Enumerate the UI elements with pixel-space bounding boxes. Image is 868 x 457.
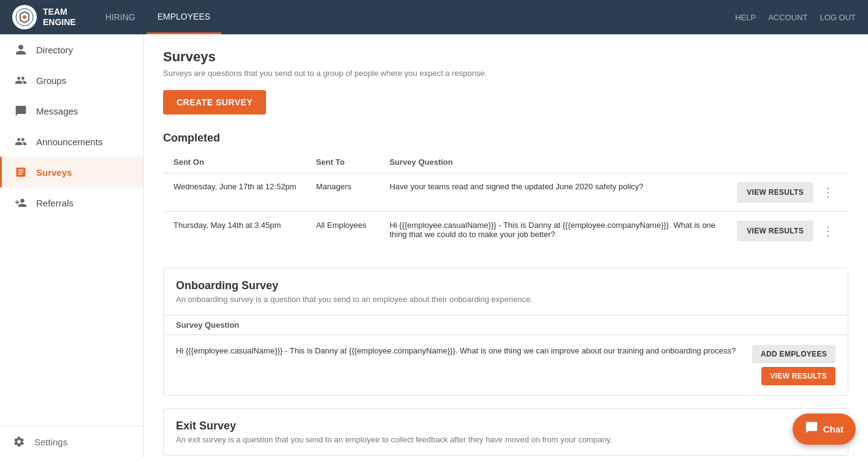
onboarding-actions: ADD EMPLOYEES VIEW RESULTS bbox=[752, 345, 836, 385]
completed-table: Sent On Sent To Survey Question Wednesda… bbox=[163, 151, 848, 251]
person-icon bbox=[14, 43, 28, 56]
row2-sent-on: Thursday, May 14th at 3:45pm bbox=[164, 212, 306, 251]
onboarding-header: Onboarding Survey An onboarding survey i… bbox=[164, 268, 848, 315]
group-icon bbox=[14, 74, 28, 87]
sidebar-item-groups[interactable]: Groups bbox=[0, 65, 143, 96]
logo-icon bbox=[12, 5, 37, 29]
row2-sent-to: All Employees bbox=[306, 212, 379, 251]
row2-actions: VIEW RESULTS ⋮ bbox=[727, 212, 848, 251]
create-survey-button[interactable]: CREATE SURVEY bbox=[163, 90, 266, 115]
col-actions bbox=[727, 151, 848, 173]
logo[interactable]: TEAM ENGINE bbox=[12, 5, 76, 29]
nav-account[interactable]: ACCOUNT bbox=[768, 13, 807, 22]
logo-text: TEAM ENGINE bbox=[43, 7, 76, 28]
row2-question: Hi {{{employee.casualName}}} - This is D… bbox=[379, 212, 727, 251]
chat-button[interactable]: Chat bbox=[793, 414, 856, 445]
sidebar-label-groups: Groups bbox=[36, 75, 66, 86]
nav-logout[interactable]: LOG OUT bbox=[820, 13, 856, 22]
completed-section-title: Completed bbox=[163, 132, 848, 145]
row2-more-options[interactable]: ⋮ bbox=[818, 224, 838, 238]
main-layout: Directory Groups Messages Announcements … bbox=[0, 34, 868, 457]
sidebar-item-messages[interactable]: Messages bbox=[0, 96, 143, 126]
row1-actions: VIEW RESULTS ⋮ bbox=[727, 173, 848, 212]
col-sent-on: Sent On bbox=[164, 151, 306, 173]
sidebar-label-referrals: Referrals bbox=[36, 198, 74, 208]
onboarding-col-header: Survey Question bbox=[164, 315, 848, 335]
nav-right: HELP ACCOUNT LOG OUT bbox=[735, 13, 856, 22]
announcements-icon bbox=[14, 135, 28, 148]
col-sent-to: Sent To bbox=[306, 151, 379, 173]
exit-survey-section: Exit Survey An exit survey is a question… bbox=[163, 408, 848, 456]
surveys-description: Surveys are questions that you send out … bbox=[163, 69, 848, 78]
chat-bubble-icon bbox=[805, 421, 818, 437]
nav-employees[interactable]: EMPLOYEES bbox=[147, 0, 221, 34]
onboarding-description: An onboarding survey is a question that … bbox=[176, 295, 836, 304]
sidebar-item-announcements[interactable]: Announcements bbox=[0, 126, 143, 157]
sidebar: Directory Groups Messages Announcements … bbox=[0, 34, 143, 457]
referrals-icon bbox=[14, 196, 28, 210]
sidebar-label-surveys: Surveys bbox=[36, 167, 72, 178]
exit-survey-title: Exit Survey bbox=[176, 420, 836, 432]
row1-more-options[interactable]: ⋮ bbox=[818, 185, 838, 200]
row1-sent-to: Managers bbox=[306, 173, 379, 212]
sidebar-settings[interactable]: Settings bbox=[0, 426, 143, 457]
sidebar-label-announcements: Announcements bbox=[36, 137, 102, 147]
onboarding-title: Onboarding Survey bbox=[176, 279, 836, 292]
col-question: Survey Question bbox=[379, 151, 727, 173]
surveys-icon bbox=[14, 165, 28, 179]
sidebar-item-referrals[interactable]: Referrals bbox=[0, 187, 143, 218]
view-results-button-2[interactable]: VIEW RESULTS bbox=[737, 221, 813, 241]
surveys-title: Surveys bbox=[163, 49, 848, 65]
onboarding-row: Hi {{{employee.casualName}}} - This is D… bbox=[164, 335, 848, 395]
nav-links: HIRING EMPLOYEES bbox=[94, 0, 736, 34]
main-content: Surveys Surveys are questions that you s… bbox=[143, 34, 868, 457]
row1-sent-on: Wednesday, June 17th at 12:52pm bbox=[164, 173, 306, 212]
settings-icon bbox=[12, 435, 26, 448]
onboarding-survey-section: Onboarding Survey An onboarding survey i… bbox=[163, 268, 848, 396]
sidebar-item-directory[interactable]: Directory bbox=[0, 34, 143, 65]
chat-label: Chat bbox=[823, 424, 843, 434]
top-navigation: TEAM ENGINE HIRING EMPLOYEES HELP ACCOUN… bbox=[0, 0, 868, 34]
sidebar-label-messages: Messages bbox=[36, 106, 78, 116]
nav-help[interactable]: HELP bbox=[735, 13, 756, 22]
sidebar-label-directory: Directory bbox=[36, 45, 73, 55]
row1-question: Have your teams read and signed the upda… bbox=[379, 173, 727, 212]
svg-point-1 bbox=[23, 15, 26, 19]
messages-icon bbox=[14, 104, 28, 118]
exit-survey-description: An exit survey is a question that you se… bbox=[176, 435, 836, 444]
onboarding-question: Hi {{{employee.casualName}}} - This is D… bbox=[176, 345, 740, 357]
table-row: Wednesday, June 17th at 12:52pm Managers… bbox=[164, 173, 848, 212]
table-row: Thursday, May 14th at 3:45pm All Employe… bbox=[164, 212, 848, 251]
view-results-button-1[interactable]: VIEW RESULTS bbox=[737, 182, 813, 203]
nav-hiring[interactable]: HIRING bbox=[94, 0, 147, 34]
sidebar-footer-label: Settings bbox=[34, 437, 67, 447]
onboarding-view-results-button[interactable]: VIEW RESULTS bbox=[761, 367, 836, 385]
add-employees-button[interactable]: ADD EMPLOYEES bbox=[752, 345, 836, 363]
sidebar-item-surveys[interactable]: Surveys bbox=[0, 157, 143, 187]
